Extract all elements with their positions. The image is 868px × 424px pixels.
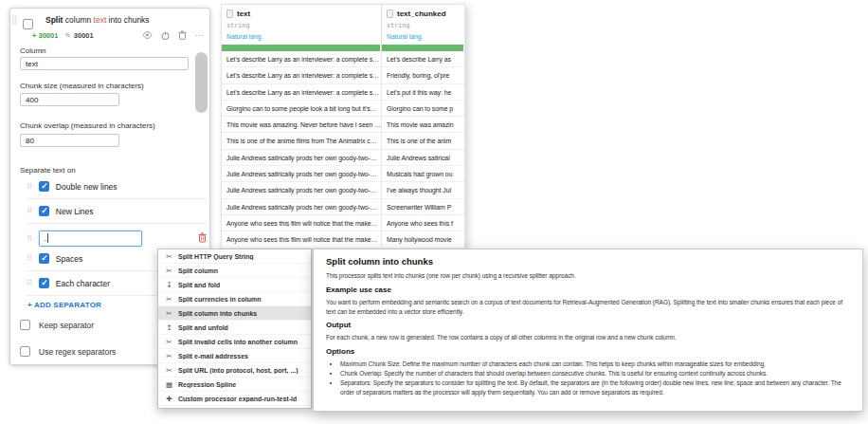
scrollbar-thumb[interactable] bbox=[195, 52, 208, 113]
prepare-recipe-screen: ⣿ Split column text into chunks + 30001 … bbox=[0, 0, 868, 424]
cell-text[interactable]: Let's describe Larry as an interviewer: … bbox=[222, 67, 382, 83]
cell-text-chunked[interactable]: This movie was amazin bbox=[382, 117, 464, 132]
chunk-overlap-label: Chunk overlap (measured in characters) bbox=[20, 121, 155, 130]
processor-icon: ✂ bbox=[165, 338, 173, 346]
cell-text[interactable]: This movie was amazing. Never before hav… bbox=[222, 117, 382, 132]
step-toolbar: ⋯ bbox=[142, 30, 204, 40]
table-row[interactable]: This movie was amazing. Never before hav… bbox=[222, 117, 464, 133]
table-row[interactable]: Julie Andrews satirically prods her own … bbox=[222, 199, 464, 215]
table-row[interactable]: Giorgino can to some people look a bit l… bbox=[222, 101, 464, 117]
drag-handle-icon[interactable]: ⠿ bbox=[27, 182, 32, 191]
processor-menu-item[interactable]: ✂ Split e-mail addresses bbox=[158, 349, 311, 363]
text-cursor bbox=[47, 233, 48, 243]
rows-modified-count: 30001 bbox=[74, 31, 94, 40]
table-row[interactable]: Anyone who sees this film will notice th… bbox=[222, 215, 464, 231]
cell-text[interactable]: Anyone who sees this film will notice th… bbox=[222, 215, 382, 230]
drag-handle-icon[interactable]: ⠿ bbox=[27, 234, 32, 243]
drag-handle-icon[interactable]: ⠿ bbox=[27, 279, 32, 287]
processor-menu-item[interactable]: ✂ Split column into chunks bbox=[158, 306, 311, 321]
cell-text[interactable]: This is one of the anime films from The … bbox=[222, 133, 382, 148]
separator-checkbox[interactable] bbox=[39, 181, 49, 192]
step-title: Split column text into chunks bbox=[45, 15, 207, 25]
processor-menu-item[interactable]: ✂ Split URL (into protocol, host, port, … bbox=[158, 363, 311, 378]
processor-menu-item[interactable]: ▦ Regression Spline bbox=[158, 378, 311, 392]
drag-handle-icon[interactable]: ⠿ bbox=[27, 254, 32, 263]
separator-row-double-new-lines: ⠿ Double new lines bbox=[27, 181, 207, 199]
table-row[interactable]: Let's describe Larry as an interviewer: … bbox=[222, 84, 464, 101]
doc-option-item: Chunk Overlap: Specify the number of cha… bbox=[340, 369, 850, 378]
table-row[interactable]: Julie Andrews satirically prods her own … bbox=[222, 150, 464, 166]
drag-handle-icon[interactable]: ⠿ bbox=[27, 207, 32, 215]
processor-menu-item[interactable]: ✂ Split column bbox=[158, 264, 311, 278]
processor-menu-item[interactable]: ✂ Split HTTP Query String bbox=[158, 249, 311, 264]
data-preview-table: text string Natural lang. text_chunked s… bbox=[221, 4, 465, 249]
cell-text-chunked[interactable]: Many hollywood movie bbox=[382, 231, 464, 247]
keep-separator-option: Keep separator bbox=[20, 320, 94, 330]
doc-options-heading: Options bbox=[326, 347, 850, 356]
table-row[interactable]: Let's describe Larry as an interviewer: … bbox=[222, 67, 464, 83]
processor-menu-item[interactable]: ↧ Split and fold bbox=[158, 278, 311, 292]
column-header-text[interactable]: text bbox=[222, 5, 381, 22]
separator-checkbox[interactable] bbox=[39, 253, 49, 264]
cell-text-chunked[interactable]: Giorgino can to some p bbox=[382, 101, 464, 116]
cell-text-chunked[interactable]: Let's put it this way: he bbox=[382, 84, 464, 100]
separate-text-on-label: Separate text on bbox=[20, 166, 76, 175]
step-select-checkbox[interactable] bbox=[23, 19, 33, 29]
processor-menu-item[interactable]: ✂ bbox=[158, 406, 311, 409]
processor-menu-item[interactable]: ✂ Split currencies in column bbox=[158, 292, 311, 306]
processor-menu-item[interactable]: ✂ Split invalid cells into another colum… bbox=[158, 335, 311, 349]
doc-use-case: You want to perform embedding and semant… bbox=[326, 298, 850, 317]
processor-icon: ✂ bbox=[165, 267, 173, 275]
processor-icon: ✂ bbox=[165, 409, 173, 410]
cell-text[interactable]: Julie Andrews satirically prods her own … bbox=[222, 182, 382, 197]
table-row[interactable]: Let's describe Larry as an interviewer: … bbox=[222, 51, 464, 67]
processor-menu-item[interactable]: ↥ Split and unfold bbox=[158, 321, 311, 335]
doc-output: For each chunk, a new row is generated. … bbox=[326, 333, 850, 342]
custom-separator-input[interactable]: . bbox=[39, 230, 142, 247]
disable-step-power-icon[interactable] bbox=[161, 31, 170, 40]
cell-text-chunked[interactable]: Let's describe Larry as bbox=[382, 51, 464, 66]
cell-text[interactable]: Giorgino can to some people look a bit l… bbox=[222, 101, 382, 116]
use-regex-checkbox[interactable] bbox=[20, 346, 30, 357]
cell-text-chunked[interactable]: Musicals had grown ou bbox=[382, 166, 464, 181]
cell-text[interactable]: Julie Andrews satirically prods her own … bbox=[222, 150, 382, 165]
cell-text-chunked[interactable]: This is one of the anim bbox=[382, 133, 464, 148]
processor-menu-item[interactable]: ✚ Custom processor expand-run-test-id bbox=[158, 392, 311, 406]
cell-text[interactable]: Let's describe Larry as an interviewer: … bbox=[222, 51, 382, 66]
chunk-size-input[interactable]: 400 bbox=[20, 93, 119, 106]
column-type-icon bbox=[226, 9, 233, 18]
processor-icon: ▦ bbox=[165, 380, 173, 389]
doc-title: Split column into chunks bbox=[326, 256, 850, 267]
step-drag-handle-icon[interactable]: ⣿ bbox=[11, 16, 17, 24]
more-actions-icon[interactable]: ⋯ bbox=[195, 31, 204, 40]
cell-text[interactable]: Julie Andrews satirically prods her own … bbox=[222, 166, 382, 181]
table-row[interactable]: Anyone who sees this film will notice th… bbox=[222, 231, 464, 248]
cell-text-chunked[interactable]: Friendly, boring, ol'pre bbox=[382, 67, 464, 83]
cell-text[interactable]: Anyone who sees this film will notice th… bbox=[222, 231, 382, 247]
delete-step-trash-icon[interactable] bbox=[178, 30, 187, 40]
cell-text[interactable]: Julie Andrews satirically prods her own … bbox=[222, 199, 382, 214]
column-type-icon bbox=[387, 9, 393, 18]
column-meaning-link[interactable]: Natural lang. bbox=[382, 33, 464, 45]
cell-text-chunked[interactable]: Screenwriter William P bbox=[382, 199, 464, 214]
cell-text-chunked[interactable]: Julie Andrews satirical bbox=[382, 150, 464, 165]
table-row[interactable]: Julie Andrews satirically prods her own … bbox=[222, 166, 464, 182]
chunk-overlap-input[interactable]: 80 bbox=[20, 134, 119, 147]
delete-separator-trash-icon[interactable] bbox=[198, 230, 207, 247]
table-row[interactable]: Julie Andrews satirically prods her own … bbox=[222, 182, 464, 198]
preview-eye-icon[interactable] bbox=[142, 31, 153, 39]
separator-checkbox[interactable] bbox=[39, 206, 49, 216]
cell-text-chunked[interactable]: I've always thought Jul bbox=[382, 182, 464, 197]
column-field-input[interactable]: text bbox=[20, 57, 189, 70]
step-title-action: Split bbox=[45, 15, 63, 25]
cell-text[interactable]: Let's describe Larry as an interviewer: … bbox=[222, 84, 382, 100]
separator-checkbox[interactable] bbox=[39, 278, 49, 288]
column-storage-type: string bbox=[382, 22, 464, 33]
table-row[interactable]: This is one of the anime films from The … bbox=[222, 133, 464, 149]
column-meaning-link[interactable]: Natural lang. bbox=[222, 33, 381, 45]
keep-separator-checkbox[interactable] bbox=[20, 320, 30, 330]
column-header-text-chunked[interactable]: text_chunked bbox=[382, 5, 464, 22]
add-separator-button[interactable]: + ADD SEPARATOR bbox=[27, 301, 101, 309]
processor-icon: ✂ bbox=[165, 309, 173, 318]
cell-text-chunked[interactable]: Anyone who sees this f bbox=[382, 215, 464, 230]
